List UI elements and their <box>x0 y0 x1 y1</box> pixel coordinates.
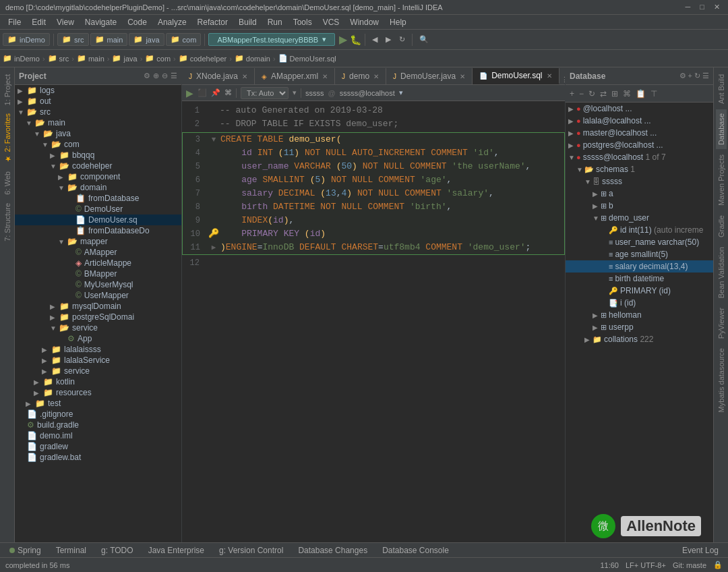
tab-close-icon[interactable]: ✕ <box>322 73 328 80</box>
menu-refactor[interactable]: Refactor <box>192 16 233 28</box>
breadcrumb-indemo[interactable]: 📁 inDemo <box>3 54 40 63</box>
tab-event-log[interactable]: Event Log <box>675 544 725 556</box>
tab-close-icon[interactable]: ✕ <box>242 73 247 80</box>
breadcrumb-java[interactable]: 📁 java <box>112 54 137 63</box>
tab-close-icon[interactable]: ✕ <box>547 72 552 80</box>
tab-db-changes[interactable]: Database Changes <box>291 544 374 556</box>
tree-src[interactable]: ▼ 📂 src <box>15 107 181 117</box>
tree-gradlewbat[interactable]: 📄 gradlew.bat <box>15 452 181 463</box>
maximize-button[interactable]: □ <box>697 3 707 11</box>
tree-java[interactable]: ▼ 📂 java <box>15 128 181 139</box>
db-tables-btn[interactable]: 📋 <box>634 88 647 100</box>
tx-mode-select[interactable]: Tx: Auto <box>241 87 289 99</box>
db-table-helloman[interactable]: ▶ ⊞ helloman <box>566 309 713 321</box>
tree-mysqldomain[interactable]: ▶ 📁 mysqlDomain <box>15 301 181 312</box>
tab-xnode[interactable]: J XNode.java ✕ <box>182 68 255 84</box>
menu-help[interactable]: Help <box>384 16 412 28</box>
close-button[interactable]: ✕ <box>711 3 723 11</box>
tree-out[interactable]: ▶ 📁 out <box>15 96 181 107</box>
tree-bbqqq[interactable]: ▶ 📁 bbqqq <box>15 150 181 161</box>
db-col-birth[interactable]: ≡ birth datetime <box>566 273 713 285</box>
settings-icon[interactable]: ☰ <box>171 72 177 80</box>
tree-lalalaissss[interactable]: ▶ 📁 lalalaissss <box>15 344 181 355</box>
tab-close-icon[interactable]: ✕ <box>373 73 379 80</box>
db-localhost-anon[interactable]: ▶ ● @localhost ... <box>566 103 713 115</box>
toolbar-refresh[interactable]: ↻ <box>396 34 408 45</box>
breadcrumb-codehelper[interactable]: 📁 codehelper <box>179 54 226 63</box>
db-schemas[interactable]: ▼ 📂 schemas 1 <box>566 163 713 175</box>
db-filter-btn[interactable]: ⊤ <box>649 88 659 100</box>
db-sssss[interactable]: ▼ ● sssss@localhost 1 of 7 <box>566 151 713 163</box>
menu-navigate[interactable]: Navigate <box>80 16 122 28</box>
menu-analyze[interactable]: Analyze <box>152 16 192 28</box>
tree-demouser[interactable]: © DemoUser <box>15 204 181 214</box>
tree-component[interactable]: ▶ 📁 component <box>15 171 181 182</box>
tab-java-enterprise[interactable]: Java Enterprise <box>142 544 211 556</box>
db-table-b[interactable]: ▶ ⊞ b <box>566 200 713 212</box>
tree-postgresqldomain[interactable]: ▶ 📁 postgreSqlDomai <box>15 312 181 322</box>
tree-usermapper[interactable]: © UserMapper <box>15 290 181 301</box>
encoding-info[interactable]: LF+ UTF-8+ <box>626 561 666 569</box>
tree-mapper[interactable]: ▼ 📂 mapper <box>15 236 181 247</box>
tree-fromdatabase[interactable]: 📋 fromDatabase <box>15 193 181 204</box>
tree-kotlin[interactable]: ▶ 📁 kotlin <box>15 376 181 387</box>
tree-buildgradle[interactable]: ⚙ build.gradle <box>15 420 181 430</box>
menu-view[interactable]: View <box>51 16 80 28</box>
tool-bean-validation[interactable]: Bean Validation <box>716 243 727 302</box>
menu-build[interactable]: Build <box>233 16 262 28</box>
execute-button[interactable]: ▶ <box>186 88 193 98</box>
tree-logs[interactable]: ▶ 📁 logs <box>15 85 181 96</box>
db-col-username[interactable]: ≡ user_name varchar(50) <box>566 236 713 248</box>
tree-codehelper[interactable]: ▼ 📂 codehelper <box>15 161 181 171</box>
db-sync-btn[interactable]: ⇄ <box>599 88 608 100</box>
breadcrumb-src[interactable]: 📁 src <box>48 54 69 63</box>
toolbar-back[interactable]: ◀ <box>369 34 381 45</box>
tree-com[interactable]: ▼ 📂 com <box>15 139 181 150</box>
db-collations[interactable]: ▶ 📁 collations 222 <box>566 333 713 345</box>
tab-demouser-sql[interactable]: 📄 DemoUser.sql ✕ <box>473 68 559 84</box>
db-table-demouser[interactable]: ▼ ⊞ demo_user <box>566 212 713 224</box>
debug-button[interactable]: 🐛 <box>350 34 361 45</box>
menu-window[interactable]: Window <box>344 16 384 28</box>
tab-amapper[interactable]: ◈ AMapper.xml ✕ <box>255 68 335 84</box>
fold-icon2[interactable]: ▶ <box>212 241 216 254</box>
db-col-id[interactable]: 🔑 id int(11) (auto increme <box>566 224 713 236</box>
db-table-userpp[interactable]: ▶ ⊞ userpp <box>566 321 713 333</box>
tab-demo[interactable]: J demo ✕ <box>335 68 386 84</box>
db-console-btn[interactable]: ⌘ <box>621 88 632 100</box>
tool-database[interactable]: Database <box>716 109 727 149</box>
menu-run[interactable]: Run <box>262 16 288 28</box>
run-button[interactable]: ▶ <box>339 33 347 46</box>
tree-bmapper[interactable]: © BMapper <box>15 268 181 279</box>
breadcrumb-main[interactable]: 📁 main <box>77 54 104 63</box>
tab-spring[interactable]: Spring <box>3 544 48 556</box>
tree-articlemapper[interactable]: ◈ ArticleMappe <box>15 258 181 268</box>
menu-file[interactable]: File <box>3 16 26 28</box>
window-controls[interactable]: ─ □ ✕ <box>683 3 723 11</box>
tree-gitignore[interactable]: 📄 .gitignore <box>15 409 181 420</box>
db-settings-icon[interactable]: ⚙ <box>679 72 686 80</box>
tab-close-icon[interactable]: ✕ <box>460 73 465 80</box>
db-arrow-icon[interactable]: ▾ <box>399 88 403 97</box>
tree-amapper[interactable]: © AMapper <box>15 247 181 258</box>
console-button[interactable]: ⌘ <box>224 88 232 97</box>
git-branch[interactable]: Git: maste <box>673 561 706 569</box>
pin-button[interactable]: 📌 <box>211 88 220 97</box>
db-table-a[interactable]: ▶ ⊞ a <box>566 188 713 200</box>
expand-all-icon[interactable]: ⊕ <box>153 72 159 80</box>
db-remove-btn[interactable]: − <box>578 88 585 100</box>
tool-gradle[interactable]: Gradle <box>716 211 727 241</box>
toolbar-search[interactable]: 🔍 <box>416 34 432 45</box>
db-refresh-btn[interactable]: ↻ <box>587 88 597 100</box>
toolbar-forward[interactable]: ▶ <box>382 34 394 45</box>
tool-favorites[interactable]: ★ 2: Favorites <box>1 109 13 167</box>
cursor-position[interactable]: 11:60 <box>600 561 619 569</box>
tree-main[interactable]: ▼ 📂 main <box>15 117 181 128</box>
tree-myusermysql[interactable]: © MyUserMysql <box>15 279 181 290</box>
menu-edit[interactable]: Edit <box>26 16 51 28</box>
db-refresh-icon[interactable]: ↻ <box>694 72 700 80</box>
tool-pyviewer[interactable]: PyViewer <box>716 304 727 343</box>
db-add-icon[interactable]: + <box>688 72 692 80</box>
tab-terminal[interactable]: Terminal <box>49 544 93 556</box>
menu-code[interactable]: Code <box>122 16 152 28</box>
